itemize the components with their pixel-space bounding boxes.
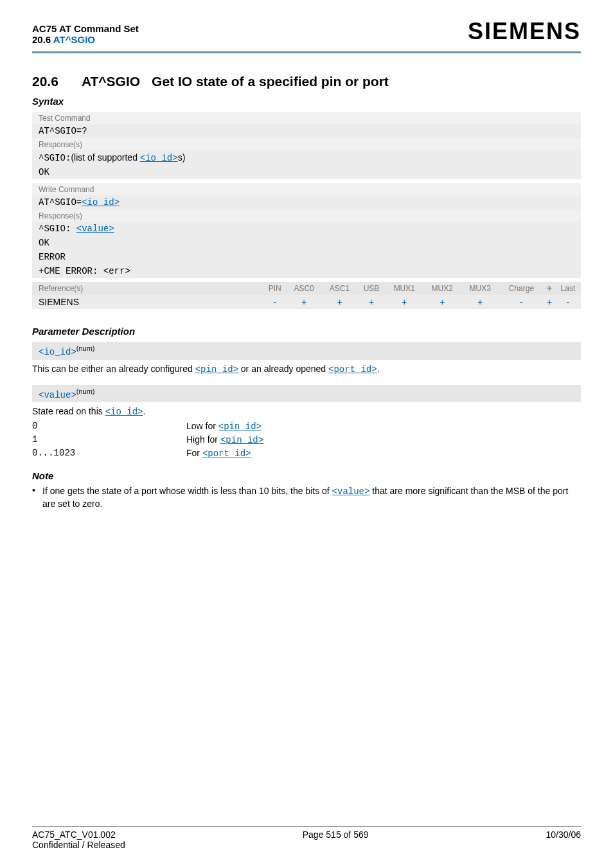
value-col1: 1	[32, 434, 186, 445]
write-error-line: ERROR	[32, 250, 581, 264]
ref-val-3: +	[357, 295, 386, 309]
footer-right: 10/30/06	[546, 829, 582, 850]
test-resp-post: s)	[178, 152, 186, 163]
ref-head-10: Last	[555, 282, 581, 295]
ref-head-6: MUX2	[423, 282, 461, 295]
value-col2: High for <pin_id>	[186, 434, 263, 445]
value-link[interactable]: <value>	[332, 486, 370, 497]
ref-val-0: -	[263, 295, 286, 309]
ref-val-2: +	[322, 295, 357, 309]
value-row: 0 Low for <pin_id>	[32, 421, 581, 432]
value-table: 0 Low for <pin_id> 1 High for <pin_id> 0…	[32, 421, 581, 459]
header-model: AC75 AT Command Set	[32, 23, 139, 34]
row0-pre: Low for	[186, 421, 218, 431]
p2-post: .	[143, 406, 145, 416]
value-desc: State read on this <io_id>.	[32, 406, 581, 417]
io-id-link[interactable]: <io_id>	[140, 153, 178, 163]
siemens-logo: SIEMENS	[468, 18, 581, 45]
value-link[interactable]: <value>	[76, 224, 114, 234]
write-ok-line: OK	[32, 236, 581, 250]
param-sup: (num)	[76, 344, 95, 352]
test-response-line: ^SGIO:(list of supported <io_id>s)	[32, 150, 581, 165]
write-command-bar: Write Command	[32, 183, 581, 195]
io-id-desc: This can be either an already configured…	[32, 364, 581, 375]
footer-mid: Page 515 of 569	[303, 829, 369, 850]
ref-head-4: USB	[357, 282, 386, 295]
reference-table: Reference(s) PIN ASC0 ASC1 USB MUX1 MUX2…	[32, 282, 581, 309]
value-col1: 0	[32, 421, 186, 432]
p1-mid: or an already opened	[238, 364, 328, 374]
note-heading: Note	[32, 470, 581, 481]
ref-head-1: PIN	[263, 282, 286, 295]
ref-name: SIEMENS	[32, 295, 263, 309]
ref-val-9: -	[555, 295, 581, 309]
note-text: If one gets the state of a port whose wi…	[42, 485, 581, 510]
value-row: 0...1023 For <port_id>	[32, 448, 581, 459]
bullet-icon: •	[32, 485, 42, 510]
ref-val-6: +	[461, 295, 499, 309]
note-body: • If one gets the state of a port whose …	[32, 485, 581, 510]
port-id-link[interactable]: <port_id>	[202, 448, 251, 459]
ref-head-3: ASC1	[322, 282, 357, 295]
ref-head-2: ASC0	[286, 282, 321, 295]
param-value: <value>(num)	[32, 385, 581, 403]
ref-head-5: MUX1	[386, 282, 423, 295]
port-id-link[interactable]: <port_id>	[328, 364, 377, 375]
value-link[interactable]: <value>	[39, 389, 76, 400]
note-pre: If one gets the state of a port whose wi…	[42, 486, 332, 496]
ref-head-0: Reference(s)	[32, 282, 263, 295]
io-id-link[interactable]: <io_id>	[39, 347, 76, 357]
syntax-label: Syntax	[32, 96, 581, 107]
header-sub: 20.6 AT^SGIO	[32, 34, 139, 45]
footer-left1: AC75_ATC_V01.002	[32, 829, 125, 840]
header-sub-link[interactable]: AT^SGIO	[53, 34, 95, 45]
test-response-bar: Response(s)	[32, 138, 581, 150]
value-col2: For <port_id>	[186, 448, 251, 459]
ref-head-7: MUX3	[461, 282, 499, 295]
test-ok-line: OK	[32, 165, 581, 179]
header-left: AC75 AT Command Set 20.6 AT^SGIO	[32, 23, 139, 45]
write-cme-line: +CME ERROR: <err>	[32, 264, 581, 278]
page-footer: AC75_ATC_V01.002 Confidential / Released…	[32, 826, 581, 850]
pin-id-link[interactable]: <pin_id>	[195, 364, 238, 375]
ref-head-row: Reference(s) PIN ASC0 ASC1 USB MUX1 MUX2…	[32, 282, 581, 295]
value-col2: Low for <pin_id>	[186, 421, 262, 432]
pin-id-link[interactable]: <pin_id>	[220, 435, 263, 445]
page-header: AC75 AT Command Set 20.6 AT^SGIO SIEMENS	[32, 18, 581, 53]
section-heading: 20.6 AT^SGIO Get IO state of a specified…	[32, 74, 581, 89]
row2-pre: For	[186, 448, 202, 458]
write-response-bar: Response(s)	[32, 209, 581, 222]
pin-id-link[interactable]: <pin_id>	[218, 421, 262, 432]
value-col1: 0...1023	[32, 448, 186, 459]
value-row: 1 High for <pin_id>	[32, 434, 581, 445]
p1-pre: This can be either an already configured	[32, 364, 195, 374]
param-sup: (num)	[76, 387, 95, 395]
test-command-bar: Test Command	[32, 112, 581, 124]
param-desc-label: Parameter Description	[32, 326, 581, 337]
ref-body-row: SIEMENS - + + + + + + - + -	[32, 295, 581, 309]
test-cmd-pre: AT^SGIO	[39, 126, 76, 136]
ref-head-plane-icon: ✈	[544, 282, 555, 295]
footer-left: AC75_ATC_V01.002 Confidential / Released	[32, 829, 125, 850]
ref-val-1: +	[286, 295, 321, 309]
section-number: 20.6	[32, 74, 58, 89]
io-id-link[interactable]: <io_id>	[82, 197, 120, 208]
ref-val-4: +	[386, 295, 423, 309]
section-cmd: AT^SGIO	[82, 74, 140, 89]
write-resp-line1: ^SGIO: <value>	[32, 222, 581, 236]
ref-head-8: Charge	[499, 282, 544, 295]
footer-left2: Confidential / Released	[32, 840, 125, 850]
write-command-line: AT^SGIO=<io_id>	[32, 195, 581, 209]
row1-pre: High for	[186, 434, 220, 445]
param-io-id: <io_id>(num)	[32, 342, 581, 360]
section-title: Get IO state of a specified pin or port	[152, 74, 389, 89]
ref-val-5: +	[423, 295, 461, 309]
write-cmd-pre: AT^SGIO=	[39, 197, 82, 208]
write-resp-pre: ^SGIO:	[39, 224, 76, 234]
p1-post: .	[377, 364, 380, 374]
ref-val-8: +	[544, 295, 555, 309]
p2-pre: State read on this	[32, 406, 105, 416]
test-cmd-post: =?	[76, 126, 87, 136]
header-sub-pre: 20.6	[32, 34, 53, 45]
io-id-link[interactable]: <io_id>	[105, 407, 143, 417]
